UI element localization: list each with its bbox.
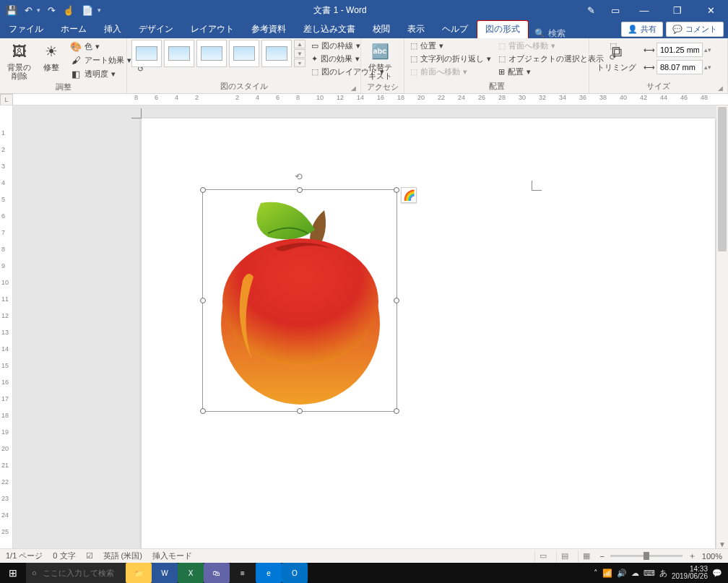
artistic-icon: 🖌 xyxy=(70,54,82,66)
taskbar-app-folder[interactable]: 📁 xyxy=(126,563,152,583)
apple-picture[interactable] xyxy=(217,197,384,407)
gallery-up-icon[interactable]: ▲ xyxy=(294,40,306,48)
web-layout-button[interactable]: ▦ xyxy=(578,550,594,562)
picture-selection[interactable]: ⟲ 🌈 xyxy=(202,189,397,412)
tab-view[interactable]: 表示 xyxy=(399,20,433,38)
touch-mode-icon[interactable]: ☝ xyxy=(63,5,74,16)
wrap-text-button[interactable]: ⬚ 文字列の折り返し ▾ xyxy=(409,53,493,65)
tray-overflow-icon[interactable]: ˄ xyxy=(594,569,598,578)
style-thumb[interactable] xyxy=(261,40,292,67)
resize-handle[interactable] xyxy=(297,408,303,414)
action-center-icon[interactable]: 💬 xyxy=(712,569,722,578)
spellcheck-icon[interactable]: ☑ xyxy=(86,551,93,561)
page-count[interactable]: 1/1 ページ xyxy=(6,550,43,561)
ribbon: 🖼 背景の 削除 ☀ 修整 🎨色 ▾ 🖌アート効果 ▾ ◧透明度 ▾ 📦 🔁 ↺… xyxy=(0,38,728,94)
onedrive-icon[interactable]: ☁ xyxy=(631,569,639,578)
horizontal-ruler[interactable]: L 86422468101214161820222426283032343638… xyxy=(0,94,728,105)
zoom-level[interactable]: 100% xyxy=(702,552,722,561)
ime-icon[interactable]: ⌨ xyxy=(644,569,655,578)
language-status[interactable]: 英語 (米国) xyxy=(103,550,142,561)
dialog-launcher-icon[interactable]: ◢ xyxy=(351,85,356,92)
tab-insert[interactable]: 挿入 xyxy=(95,20,130,38)
position-button[interactable]: ⬚ 位置 ▾ xyxy=(409,40,493,52)
undo-dropdown-icon[interactable]: ▾ xyxy=(37,7,40,14)
resize-handle[interactable] xyxy=(394,408,399,414)
redo-icon[interactable]: ↷ xyxy=(48,5,56,16)
close-button[interactable]: ✕ xyxy=(695,0,727,20)
comments-button[interactable]: 💬コメント xyxy=(666,22,724,37)
qat-customize-icon[interactable]: ▾ xyxy=(98,7,101,14)
focus-view-button[interactable]: ▭ xyxy=(534,550,550,562)
tab-file[interactable]: ファイル xyxy=(0,20,52,38)
scroll-thumb[interactable] xyxy=(718,107,727,251)
vertical-scrollbar[interactable]: ▲ ▼ xyxy=(716,105,728,550)
zoom-in-button[interactable]: ＋ xyxy=(688,550,696,561)
document-page[interactable]: ⟲ 🌈 xyxy=(142,118,715,550)
minimize-button[interactable]: — xyxy=(628,0,660,20)
resize-handle[interactable] xyxy=(200,298,206,303)
transparency-button[interactable]: ◧透明度 ▾ xyxy=(69,67,133,80)
taskbar-app-word[interactable]: W xyxy=(152,563,178,583)
cortana-icon[interactable]: ○ xyxy=(32,569,37,577)
tab-picture-format[interactable]: 図の形式 xyxy=(477,20,529,38)
layout-options-button[interactable]: 🌈 xyxy=(401,187,417,203)
gallery-more-icon[interactable]: ▾ xyxy=(294,59,306,67)
rotate-handle-icon[interactable]: ⟲ xyxy=(295,171,305,181)
dialog-launcher-icon[interactable]: ◢ xyxy=(718,85,723,92)
taskbar-app-store[interactable]: 🛍 xyxy=(204,563,230,583)
color-button[interactable]: 🎨色 ▾ xyxy=(69,40,133,53)
artistic-effects-button[interactable]: 🖌アート効果 ▾ xyxy=(69,53,133,66)
save-icon[interactable]: 💾 xyxy=(6,5,17,16)
tab-layout[interactable]: レイアウト xyxy=(182,20,243,38)
simplify-ribbon-icon[interactable]: ✎ xyxy=(579,0,602,20)
ime-kana-icon[interactable]: あ xyxy=(659,568,667,579)
share-button[interactable]: 👤共有 xyxy=(621,22,663,37)
resize-handle[interactable] xyxy=(200,408,206,414)
resize-handle[interactable] xyxy=(297,187,303,193)
picture-styles-gallery[interactable]: ▲ ▼ ▾ xyxy=(131,40,306,67)
tab-mailings[interactable]: 差し込み文書 xyxy=(295,20,364,38)
ribbon-display-icon[interactable]: ▭ xyxy=(604,0,627,20)
print-layout-button[interactable]: ▤ xyxy=(556,550,572,562)
taskbar-app-outlook[interactable]: O xyxy=(282,563,308,583)
taskbar-app-music[interactable]: ≡ xyxy=(230,563,256,583)
qat-new-icon[interactable]: 📄 xyxy=(82,5,93,16)
word-count[interactable]: 0 文字 xyxy=(53,550,75,561)
style-thumb[interactable] xyxy=(229,40,259,67)
remove-background-button[interactable]: 🖼 背景の 削除 xyxy=(4,40,34,82)
tab-review[interactable]: 校閲 xyxy=(364,20,399,38)
resize-handle[interactable] xyxy=(394,187,399,193)
network-icon[interactable]: 📶 xyxy=(602,569,612,578)
crop-button[interactable]: ⧉ トリミング xyxy=(594,40,639,73)
bring-forward-button[interactable]: ⬚ 前面へ移動 ▾ xyxy=(409,66,493,78)
search-input[interactable] xyxy=(548,28,592,38)
gallery-down-icon[interactable]: ▼ xyxy=(294,49,306,58)
zoom-slider[interactable] xyxy=(610,555,682,557)
zoom-slider-knob[interactable] xyxy=(644,552,649,560)
alt-text-button[interactable]: 🔤 代替テ キスト xyxy=(365,40,395,82)
style-thumb[interactable] xyxy=(131,40,162,67)
restore-button[interactable]: ❐ xyxy=(662,0,693,20)
style-thumb[interactable] xyxy=(164,40,194,67)
taskbar-clock[interactable]: 14:33 2019/06/26 xyxy=(672,566,708,580)
width-input[interactable] xyxy=(656,60,703,74)
corrections-button[interactable]: ☀ 修整 xyxy=(38,40,64,73)
resize-handle[interactable] xyxy=(200,187,206,193)
taskbar-app-excel[interactable]: X xyxy=(178,563,204,583)
tell-me-search[interactable]: 🔍 xyxy=(534,28,592,38)
volume-icon[interactable]: 🔊 xyxy=(617,569,627,578)
start-button[interactable]: ⊞ xyxy=(0,563,26,583)
height-input[interactable] xyxy=(656,43,703,57)
resize-handle[interactable] xyxy=(394,298,399,303)
tab-design[interactable]: デザイン xyxy=(130,20,182,38)
insert-mode[interactable]: 挿入モード xyxy=(152,550,192,561)
vertical-ruler[interactable]: 1234567891011121314151617181920212223242… xyxy=(0,105,13,550)
taskbar-app-edge[interactable]: e xyxy=(256,563,282,583)
tab-help[interactable]: ヘルプ xyxy=(433,20,477,38)
tab-references[interactable]: 参考資料 xyxy=(243,20,295,38)
zoom-out-button[interactable]: − xyxy=(599,552,604,561)
margin-crop-mark xyxy=(532,181,542,191)
undo-icon[interactable]: ↶ xyxy=(25,5,32,16)
tab-home[interactable]: ホーム xyxy=(52,20,95,38)
style-thumb[interactable] xyxy=(196,40,227,67)
